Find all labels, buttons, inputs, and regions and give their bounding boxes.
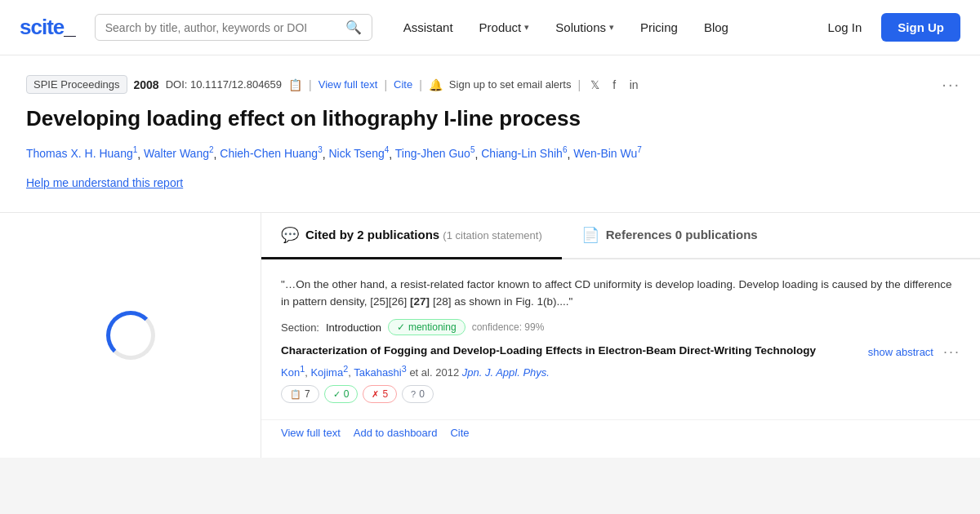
nav-item-solutions[interactable]: Solutions ▾ <box>544 14 626 41</box>
question-icon: ? <box>411 389 416 399</box>
paper-meta: SPIE Proceedings 2008 DOI: 10.1117/12.80… <box>26 75 954 94</box>
citations-tabs: 💬 Cited by 2 publications (1 citation st… <box>261 213 980 259</box>
paper-authors: Thomas X. H. Huang1, Walter Wang2, Chieh… <box>26 144 954 163</box>
cited-paper-title: Characterization of Fogging and Develop-… <box>281 343 816 359</box>
citation-more-button[interactable]: ··· <box>943 343 960 361</box>
social-icons: 𝕏 f in <box>587 78 641 92</box>
tab-cited-label: Cited by 2 publications (1 citation stat… <box>305 228 542 241</box>
year-badge: 2008 <box>134 78 159 91</box>
et-al: et al. <box>409 366 432 379</box>
citation-stats: 📋 7 ✓ 0 ✗ 5 ? <box>281 385 816 403</box>
chevron-down-icon: ▾ <box>609 22 614 33</box>
bell-icon: 🔔 <box>429 78 443 91</box>
nav-right-actions: Log In Sign Up <box>815 13 960 42</box>
linkedin-icon[interactable]: in <box>626 78 641 92</box>
paper-card: SPIE Proceedings 2008 DOI: 10.1117/12.80… <box>0 55 980 213</box>
chat-icon: 💬 <box>281 226 299 244</box>
cit-author-takahashi[interactable]: Takahashi3 <box>354 366 407 379</box>
stat-unknown-count: 0 <box>419 388 425 400</box>
show-abstract-button[interactable]: show abstract <box>868 346 933 358</box>
twitter-icon[interactable]: 𝕏 <box>587 78 602 92</box>
citation-right-actions: show abstract ··· <box>868 343 960 361</box>
author-1[interactable]: Thomas X. H. Huang1 <box>26 147 137 160</box>
stat-unknown: ? 0 <box>402 385 434 403</box>
check-circle-icon: ✓ <box>397 321 405 333</box>
site-logo[interactable]: scite_ <box>20 15 75 40</box>
view-full-text-bottom-link[interactable]: View full text <box>281 427 341 439</box>
search-input[interactable] <box>105 21 341 34</box>
nav-item-pricing[interactable]: Pricing <box>629 14 689 41</box>
citation-quote: "…On the other hand, a resist-related fa… <box>281 276 960 311</box>
cite-bold-ref: [27] <box>410 295 430 308</box>
bottom-links-row: View full text Add to dashboard Cite <box>261 420 980 445</box>
signup-button[interactable]: Sign Up <box>881 13 960 42</box>
chevron-down-icon: ▾ <box>524 22 529 33</box>
cit-author-kon[interactable]: Kon1 <box>281 366 305 379</box>
author-6[interactable]: Chiang-Lin Shih6 <box>481 147 567 160</box>
stat-contrasting-count: 5 <box>382 388 388 400</box>
search-icon: 🔍 <box>345 20 362 35</box>
cited-year: 2012 <box>435 366 459 379</box>
sidebar-loading <box>0 213 261 458</box>
source-badge: SPIE Proceedings <box>26 75 127 94</box>
search-bar[interactable]: 🔍 <box>95 14 372 41</box>
citation-entry: "…On the other hand, a resist-related fa… <box>261 259 980 420</box>
cited-paper-authors: Kon1, Kojima2, Takahashi3 et al. 2012 Jp… <box>281 364 816 379</box>
cited-journal[interactable]: Jpn. J. Appl. Phys. <box>462 366 550 379</box>
author-5[interactable]: Ting-Jhen Guo5 <box>395 147 475 160</box>
nav-item-assistant[interactable]: Assistant <box>392 14 465 41</box>
tab-cited-by[interactable]: 💬 Cited by 2 publications (1 citation st… <box>261 213 562 259</box>
cit-author-kojima[interactable]: Kojima2 <box>310 366 348 379</box>
paper-title: Developing loading effect on lithography… <box>26 105 954 133</box>
tab-references[interactable]: 📄 References 0 publications <box>562 213 777 259</box>
document-icon: 📋 <box>290 389 301 400</box>
stat-total-count: 7 <box>305 388 310 400</box>
login-button[interactable]: Log In <box>815 14 875 41</box>
help-understand-link[interactable]: Help me understand this report <box>26 176 183 189</box>
paper-more-button[interactable]: ··· <box>942 75 960 94</box>
stat-supporting-count: 0 <box>344 388 350 400</box>
view-full-text-link[interactable]: View full text <box>318 78 378 91</box>
mentioning-label: mentioning <box>408 321 457 333</box>
mentioning-badge: ✓ mentioning <box>388 319 466 335</box>
nav-item-blog[interactable]: Blog <box>693 14 740 41</box>
section-label: Section: <box>281 321 319 334</box>
doi-text: DOI: 10.1117/12.804659 <box>166 78 282 91</box>
author-2[interactable]: Walter Wang2 <box>144 147 213 160</box>
bottom-section: 💬 Cited by 2 publications (1 citation st… <box>0 213 980 458</box>
main-content: SPIE Proceedings 2008 DOI: 10.1117/12.80… <box>0 55 980 458</box>
section-name: Introduction <box>326 321 381 334</box>
citations-panel: 💬 Cited by 2 publications (1 citation st… <box>261 213 980 458</box>
check-icon: ✓ <box>333 389 341 400</box>
tab-ref-label: References 0 publications <box>606 228 758 241</box>
stat-contrasting: ✗ 5 <box>363 385 397 403</box>
loading-spinner <box>106 311 155 360</box>
x-icon: ✗ <box>372 389 379 400</box>
stat-total: 📋 7 <box>281 385 319 403</box>
facebook-icon[interactable]: f <box>607 78 621 92</box>
confidence-text: confidence: 99% <box>472 321 545 333</box>
nav-item-product[interactable]: Product ▾ <box>468 14 541 41</box>
document-icon: 📄 <box>581 226 599 244</box>
stat-supporting: ✓ 0 <box>324 385 359 403</box>
cite-link[interactable]: Cite <box>394 78 412 91</box>
add-to-dashboard-link[interactable]: Add to dashboard <box>354 427 438 439</box>
navigation: scite_ 🔍 Assistant Product ▾ Solutions ▾… <box>0 0 980 55</box>
cite-bottom-link[interactable]: Cite <box>450 427 469 439</box>
nav-items: Assistant Product ▾ Solutions ▾ Pricing … <box>392 14 808 41</box>
author-3[interactable]: Chieh-Chen Huang3 <box>220 147 322 160</box>
author-7[interactable]: Wen-Bin Wu7 <box>573 147 642 160</box>
author-4[interactable]: Nick Tseng4 <box>329 147 390 160</box>
alert-text: Sign up to set email alerts <box>449 78 572 91</box>
citation-section-info: Section: Introduction ✓ mentioning confi… <box>281 319 960 335</box>
